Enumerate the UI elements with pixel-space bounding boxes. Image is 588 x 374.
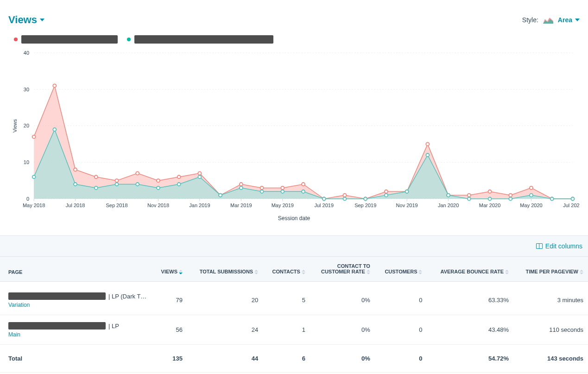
cell-ctc: 0% [310,282,375,315]
page-cell: | LP Main [0,315,153,345]
page-redacted-name [8,292,106,300]
svg-point-49 [240,183,243,186]
cell-bounce: 43.48% [427,315,513,345]
svg-text:Sep 2019: Sep 2019 [354,203,376,208]
table-row[interactable]: | LP (Dark T… Variation 79 20 5 0% 0 63.… [0,282,588,315]
views-dropdown[interactable]: Views [8,14,44,26]
legend-marker-icon [14,38,18,41]
svg-text:Jul 2020: Jul 2020 [563,203,580,208]
cell-ctc: 0% [310,315,375,345]
svg-point-88 [488,197,492,201]
svg-point-85 [426,153,429,157]
page-variant-link[interactable]: Main [8,331,148,338]
svg-text:10: 10 [24,159,29,165]
style-selector[interactable]: Area [558,16,580,24]
svg-text:May 2019: May 2019 [272,203,294,208]
cell-customers: 0 [375,315,427,345]
svg-text:Jan 2019: Jan 2019 [189,203,210,208]
svg-point-87 [468,197,471,201]
svg-point-43 [115,179,119,182]
svg-point-58 [426,142,429,146]
svg-text:Jul 2018: Jul 2018 [66,203,85,208]
edit-columns-button[interactable]: Edit columns [536,242,582,250]
cell-time: 3 minutes [513,282,588,315]
svg-point-86 [447,194,450,197]
svg-point-79 [302,190,305,193]
page-variant-link[interactable]: Variation [8,302,148,308]
svg-text:Mar 2020: Mar 2020 [479,203,501,208]
table-row[interactable]: | LP Main 56 24 1 0% 0 43.48% 110 second… [0,315,588,345]
svg-text:Nov 2019: Nov 2019 [396,203,418,208]
svg-point-78 [281,190,284,193]
col-header-time[interactable]: TIME PER PAGEVIEW [513,257,588,282]
svg-point-71 [136,183,139,186]
svg-point-75 [219,194,222,197]
svg-point-74 [198,175,201,178]
col-header-customers[interactable]: CUSTOMERS [375,257,427,282]
total-ctc: 0% [310,345,375,373]
cell-submissions: 20 [187,282,263,315]
cell-views: 79 [153,282,187,315]
svg-text:Jan 2020: Jan 2020 [438,203,459,208]
legend-redacted-label [21,35,118,44]
total-contacts: 6 [263,345,310,373]
col-header-ctc-rate[interactable]: CONTACT TO CUSTOMER RATE [310,257,375,282]
svg-point-45 [157,179,160,182]
svg-point-68 [74,183,77,186]
svg-point-51 [281,186,284,190]
svg-text:30: 30 [24,87,29,92]
svg-point-61 [488,190,492,193]
legend-marker-icon [127,38,131,41]
svg-point-89 [509,197,512,201]
svg-text:Views: Views [12,119,18,133]
col-header-contacts[interactable]: CONTACTS [263,257,310,282]
svg-text:May 2018: May 2018 [23,203,45,208]
total-views: 135 [153,345,187,373]
views-label: Views [8,14,37,26]
svg-point-72 [157,186,160,190]
cell-time: 110 seconds [513,315,588,345]
svg-point-63 [530,186,533,190]
area-chart-icon [543,16,553,24]
svg-point-67 [53,128,56,131]
total-label: Total [0,345,153,373]
style-label: Style: [522,16,538,24]
svg-point-41 [74,168,77,171]
table-total-row: Total 135 44 6 0% 0 54.72% 143 seconds [0,345,588,373]
legend-redacted-label [134,35,273,44]
svg-point-60 [468,194,471,197]
col-header-submissions[interactable]: TOTAL SUBMISSIONS [187,257,263,282]
svg-text:Mar 2019: Mar 2019 [230,203,252,208]
svg-point-82 [364,197,367,201]
page-redacted-name [8,322,106,330]
svg-point-42 [95,175,98,178]
cell-submissions: 24 [187,315,263,345]
chart-x-axis-label: Session date [8,215,580,231]
style-value: Area [558,16,572,24]
views-area-chart[interactable]: 010203040ViewsMay 2018Jul 2018Sep 2018No… [8,48,580,215]
col-header-bounce[interactable]: AVERAGE BOUNCE RATE [427,257,513,282]
columns-icon [536,243,543,249]
cell-contacts: 1 [263,315,310,345]
svg-point-52 [302,183,305,186]
total-customers: 0 [375,345,427,373]
svg-point-77 [260,190,264,193]
svg-point-40 [53,84,56,87]
svg-point-76 [240,186,243,190]
cell-contacts: 5 [263,282,310,315]
svg-point-39 [32,135,36,139]
svg-point-92 [571,197,574,201]
cell-views: 56 [153,315,187,345]
legend-item[interactable] [127,35,273,44]
svg-point-66 [32,175,36,178]
total-time: 143 seconds [513,345,588,373]
col-header-page[interactable]: PAGE [0,257,153,282]
col-header-views[interactable]: VIEWS [153,257,187,282]
svg-text:May 2020: May 2020 [520,203,542,208]
svg-point-47 [198,171,201,175]
svg-point-80 [322,197,326,201]
svg-point-62 [509,194,512,197]
svg-point-81 [343,197,346,201]
legend-item[interactable] [14,35,118,44]
cell-customers: 0 [375,282,427,315]
